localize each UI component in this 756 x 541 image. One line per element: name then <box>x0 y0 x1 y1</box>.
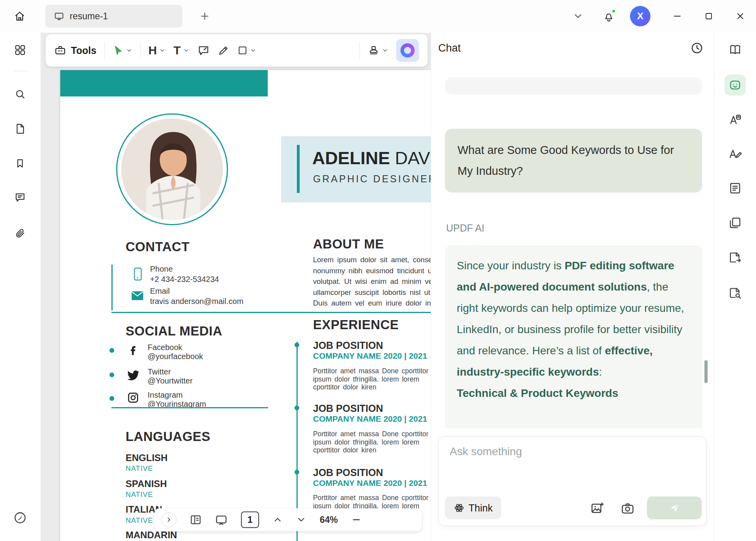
comment-tool-button[interactable] <box>197 44 210 57</box>
instagram-icon <box>126 391 140 404</box>
timeline-dot <box>109 396 114 401</box>
tools-button[interactable]: Tools <box>54 44 96 56</box>
maximize-icon <box>704 11 713 21</box>
about-text: Lorem ipsum dolor sit amet, consectetuer… <box>313 254 431 309</box>
bookmarks-panel-button[interactable] <box>11 154 30 173</box>
experience-heading: EXPERIENCE <box>313 317 399 332</box>
bell-icon <box>602 10 615 22</box>
next-page-button[interactable] <box>296 515 306 525</box>
ai-message-text: Since your industry is PDF editing softw… <box>457 255 690 383</box>
thumbnails-icon <box>190 514 202 526</box>
form-icon <box>728 182 742 195</box>
job-company: COMPANY NAME 2020 | 2021 <box>313 478 427 488</box>
page-thumbnails-button[interactable] <box>190 514 202 526</box>
close-icon <box>735 11 745 21</box>
stamp-tool-button[interactable] <box>368 44 388 56</box>
cursor-icon <box>113 45 124 56</box>
page-number-box[interactable]: 1 <box>241 511 259 528</box>
camera-icon <box>621 501 635 515</box>
language-level: NATIVE <box>126 517 153 525</box>
timeline-dot <box>295 406 299 410</box>
first-name: ADELINE <box>312 148 390 168</box>
thumbnails-panel-button[interactable] <box>11 119 30 138</box>
profile-photo <box>121 119 223 220</box>
edit-text-button[interactable] <box>724 143 746 164</box>
collapse-panel-button[interactable] <box>569 7 587 26</box>
user-message-text: What are Some Good Keywords to Use for M… <box>458 144 674 177</box>
ai-message-heading: Technical & Product Keywords <box>457 383 690 404</box>
signature-tool-button[interactable] <box>11 508 30 527</box>
twitter-icon <box>126 368 140 382</box>
select-tool-button[interactable] <box>113 45 132 56</box>
search-icon <box>14 88 26 100</box>
screenshot-button[interactable] <box>621 501 635 515</box>
tab-title: resume-1 <box>70 11 108 22</box>
phone-value: +2 434-232-534234 <box>150 275 219 284</box>
updf-logo-icon <box>13 511 27 524</box>
comments-panel-button[interactable] <box>11 188 30 207</box>
reader-mode-button[interactable] <box>724 39 746 60</box>
document-tab[interactable]: resume-1 <box>45 5 182 28</box>
close-button[interactable] <box>731 7 750 26</box>
timeline-dot <box>109 372 114 377</box>
maximize-button[interactable] <box>699 7 718 26</box>
name-block <box>281 136 431 202</box>
zoom-level[interactable]: 64% <box>320 515 338 525</box>
ai-chat-panel: Chat What are Some Good Keywords to Use … <box>431 33 714 541</box>
heading-tool-button[interactable]: H <box>148 44 166 56</box>
last-name: DAVIS <box>390 148 431 168</box>
think-mode-button[interactable]: Think <box>445 497 501 519</box>
shape-tool-button[interactable] <box>237 45 256 56</box>
language-name: SPANISH <box>126 478 167 489</box>
language-level: NATIVE <box>126 491 153 499</box>
expand-toolbar-button[interactable] <box>161 512 176 527</box>
pen-tool-button[interactable] <box>218 44 230 56</box>
organize-pages-button[interactable] <box>724 212 746 233</box>
ai-assistant-panel-button[interactable] <box>724 74 746 96</box>
social-heading: SOCIAL MEDIA <box>126 324 222 339</box>
ai-sender-name: UPDF AI <box>446 222 484 234</box>
search-button[interactable] <box>11 85 30 104</box>
job-title: JOB POSITION <box>313 467 383 478</box>
slideshow-button[interactable] <box>215 513 228 526</box>
text-tool-button[interactable]: T <box>173 44 189 56</box>
minimize-button[interactable] <box>668 7 687 26</box>
attachments-panel-button[interactable] <box>11 224 30 243</box>
name-accent-bar <box>297 145 300 193</box>
file-search-icon <box>728 286 742 300</box>
ai-face-icon <box>728 78 742 92</box>
send-message-button[interactable] <box>647 497 702 519</box>
job-company: COMPANY NAME 2020 | 2021 <box>313 414 427 424</box>
form-tools-button[interactable] <box>724 178 746 199</box>
new-tab-button[interactable] <box>195 7 214 26</box>
section-divider <box>111 407 268 408</box>
social-network: Facebook <box>148 343 182 352</box>
previous-page-button[interactable] <box>272 515 283 525</box>
home-button[interactable] <box>10 7 29 26</box>
chat-input[interactable] <box>445 441 697 489</box>
ai-assistant-tool-button[interactable] <box>396 39 419 62</box>
ai-message-bubble: Since your industry is PDF editing softw… <box>445 245 702 428</box>
slideshow-icon <box>215 513 228 526</box>
social-handle: @Yourtwitter <box>148 376 193 385</box>
search-document-button[interactable] <box>724 282 746 304</box>
translate-button[interactable] <box>724 109 746 130</box>
timeline-dot <box>109 348 114 353</box>
social-handle: @yourfacebook <box>148 352 203 361</box>
timeline-dot <box>295 470 299 474</box>
chevron-up-icon <box>272 515 283 525</box>
job-title: JOB POSITION <box>313 403 383 414</box>
tools-label: Tools <box>71 45 96 56</box>
export-file-button[interactable] <box>724 247 746 268</box>
resume-page: CONTACT Phone +2 434-232-534234 Email tr… <box>60 70 431 541</box>
chat-scrollbar[interactable] <box>704 360 708 383</box>
language-name: MANDARIN <box>126 530 177 541</box>
zoom-out-button[interactable] <box>351 515 361 525</box>
monitor-icon <box>54 11 64 21</box>
panels-button[interactable] <box>11 41 30 59</box>
notifications-button[interactable] <box>599 7 618 26</box>
previous-message-bubble <box>445 77 702 94</box>
chevron-down-icon <box>159 47 165 54</box>
user-avatar[interactable]: X <box>630 6 650 26</box>
insert-image-button[interactable] <box>590 501 604 515</box>
